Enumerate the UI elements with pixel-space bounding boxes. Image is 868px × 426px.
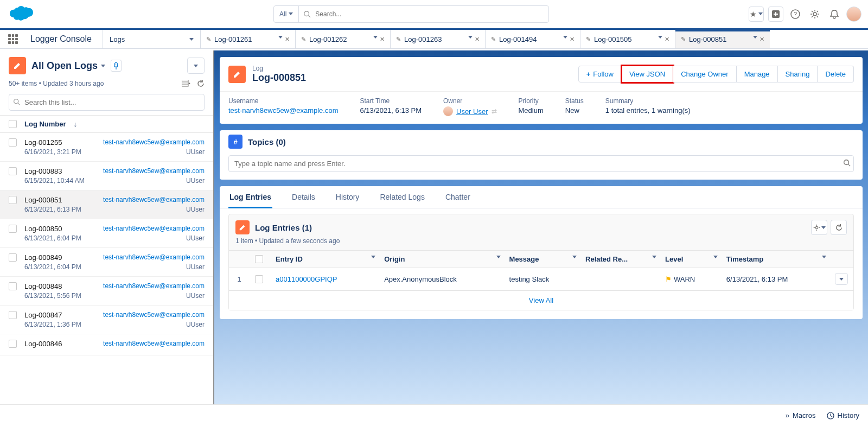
list-row[interactable]: Log-001255test-narvh8ewc5ew@example.com6… xyxy=(0,133,213,162)
list-row[interactable]: Log-000851test-narvh8ewc5ew@example.com6… xyxy=(0,190,213,219)
row-checkbox[interactable] xyxy=(9,138,17,147)
chevron-down-icon[interactable] xyxy=(371,256,375,258)
chevron-down-icon[interactable] xyxy=(822,256,826,258)
row-checkbox[interactable] xyxy=(9,282,17,290)
row-email[interactable]: test-narvh8ewc5ew@example.com xyxy=(103,167,205,175)
app-launcher-button[interactable] xyxy=(0,30,26,48)
list-row[interactable]: Log-000850test-narvh8ewc5ew@example.com6… xyxy=(0,219,213,248)
topics-input[interactable] xyxy=(228,155,854,172)
row-email[interactable]: test-narvh8ewc5ew@example.com xyxy=(103,340,205,348)
close-icon[interactable]: ✕ xyxy=(380,36,385,43)
chevron-down-icon[interactable] xyxy=(572,256,577,258)
row-action-button[interactable] xyxy=(835,273,848,285)
row-email[interactable]: test-narvh8ewc5ew@example.com xyxy=(103,138,205,147)
waffle-icon xyxy=(8,34,18,44)
global-search-input[interactable] xyxy=(315,10,548,18)
view-all-link[interactable]: View All xyxy=(229,290,853,310)
detail-tab[interactable]: History xyxy=(335,186,361,208)
list-row[interactable]: Log-000849test-narvh8ewc5ew@example.com6… xyxy=(0,248,213,277)
chevron-down-icon[interactable] xyxy=(373,36,378,39)
pin-button[interactable] xyxy=(111,60,122,72)
manage-button[interactable]: Manage xyxy=(737,66,778,82)
nav-item-logs[interactable]: Logs xyxy=(103,30,200,48)
row-email[interactable]: test-narvh8ewc5ew@example.com xyxy=(103,282,205,290)
workspace-tab[interactable]: ✎Log-000851✕ xyxy=(675,30,770,48)
row-email[interactable]: test-narvh8ewc5ew@example.com xyxy=(103,225,205,233)
table-column-header[interactable]: Origin xyxy=(379,251,503,268)
workspace-tab[interactable]: ✎Log-001263✕ xyxy=(390,30,485,48)
workspace-tab[interactable]: ✎Log-001494✕ xyxy=(485,30,580,48)
notifications-button[interactable] xyxy=(827,7,842,22)
field-label: Username xyxy=(228,97,339,105)
change-owner-icon[interactable]: ⇄ xyxy=(492,107,497,115)
related-refresh-button[interactable] xyxy=(831,220,847,235)
change-owner-button[interactable]: Change Owner xyxy=(673,66,736,82)
close-icon[interactable]: ✕ xyxy=(665,36,669,43)
row-checkbox[interactable] xyxy=(9,311,17,319)
workspace-tab[interactable]: ✎Log-001262✕ xyxy=(295,30,390,48)
list-search-input[interactable] xyxy=(9,94,205,111)
close-icon[interactable]: ✕ xyxy=(570,36,575,43)
workspace-tab[interactable]: ✎Log-001505✕ xyxy=(580,30,675,48)
detail-tab[interactable]: Log Entries xyxy=(228,186,272,208)
display-button[interactable] xyxy=(182,80,190,87)
list-row[interactable]: Log-000848test-narvh8ewc5ew@example.com6… xyxy=(0,277,213,306)
table-column-header[interactable]: Timestamp xyxy=(721,251,829,268)
chevron-down-icon[interactable] xyxy=(658,36,662,39)
chevron-down-icon[interactable] xyxy=(652,256,656,258)
workspace-tab[interactable]: ✎Log-001261✕ xyxy=(200,30,295,48)
user-avatar[interactable] xyxy=(846,7,861,22)
list-row[interactable]: Log-000846test-narvh8ewc5ew@example.com xyxy=(0,334,213,355)
list-view-picker[interactable]: All Open Logs xyxy=(31,60,105,72)
chevron-down-icon[interactable] xyxy=(278,36,283,39)
table-column-header[interactable]: Message xyxy=(504,251,580,268)
list-row[interactable]: Log-000883test-narvh8ewc5ew@example.com6… xyxy=(0,162,213,190)
list-view-controls-button[interactable] xyxy=(187,58,205,74)
setup-button[interactable] xyxy=(807,7,822,22)
select-all-checkbox[interactable] xyxy=(255,255,263,263)
close-icon[interactable]: ✕ xyxy=(760,36,764,43)
chevron-down-icon[interactable] xyxy=(496,256,501,258)
list-row[interactable]: Log-000847test-narvh8ewc5ew@example.com6… xyxy=(0,306,213,334)
help-button[interactable]: ? xyxy=(788,7,803,22)
sharing-button[interactable]: Sharing xyxy=(778,66,818,82)
detail-tab[interactable]: Details xyxy=(291,186,316,208)
close-icon[interactable]: ✕ xyxy=(475,36,480,43)
related-settings-button[interactable] xyxy=(811,220,827,235)
table-column-header[interactable]: Related Re... xyxy=(580,251,660,268)
row-checkbox[interactable] xyxy=(9,340,17,348)
bell-icon xyxy=(830,9,839,19)
chevron-down-icon[interactable] xyxy=(753,36,757,39)
row-checkbox[interactable] xyxy=(9,225,17,233)
detail-tab[interactable]: Chatter xyxy=(444,186,471,208)
macros-button[interactable]: »Macros xyxy=(786,411,816,419)
close-icon[interactable]: ✕ xyxy=(285,36,290,43)
entry-link[interactable]: a001100000GPIQP xyxy=(276,275,337,283)
list-rows[interactable]: Log-001255test-narvh8ewc5ew@example.com6… xyxy=(0,133,213,404)
select-all-checkbox[interactable] xyxy=(9,120,17,128)
table-column-header[interactable]: Level xyxy=(660,251,721,268)
follow-button[interactable]: +Follow xyxy=(578,66,622,82)
field-username-value[interactable]: test-narvh8ewc5ew@example.com xyxy=(228,106,339,115)
col-log-number[interactable]: Log Number xyxy=(24,120,66,128)
add-button[interactable] xyxy=(768,7,783,22)
row-checkbox[interactable] xyxy=(9,196,17,204)
owner-link[interactable]: User User xyxy=(456,107,488,116)
favorites-button[interactable]: ★ xyxy=(749,7,764,22)
delete-button[interactable]: Delete xyxy=(818,66,854,82)
history-button[interactable]: History xyxy=(827,411,859,419)
search-filter-dropdown[interactable]: All xyxy=(274,6,299,22)
chevron-down-icon[interactable] xyxy=(468,36,473,39)
detail-tab[interactable]: Related Logs xyxy=(379,186,426,208)
chevron-down-icon[interactable] xyxy=(563,36,567,39)
row-email[interactable]: test-narvh8ewc5ew@example.com xyxy=(103,196,205,204)
table-column-header[interactable]: Entry ID xyxy=(270,251,379,268)
row-checkbox[interactable] xyxy=(9,167,17,175)
row-email[interactable]: test-narvh8ewc5ew@example.com xyxy=(103,311,205,319)
view-json-button[interactable]: View JSON xyxy=(622,66,673,82)
chevron-down-icon[interactable] xyxy=(713,256,718,258)
refresh-button[interactable] xyxy=(197,80,205,87)
row-email[interactable]: test-narvh8ewc5ew@example.com xyxy=(103,253,205,262)
row-checkbox[interactable] xyxy=(255,275,263,283)
row-checkbox[interactable] xyxy=(9,253,17,262)
